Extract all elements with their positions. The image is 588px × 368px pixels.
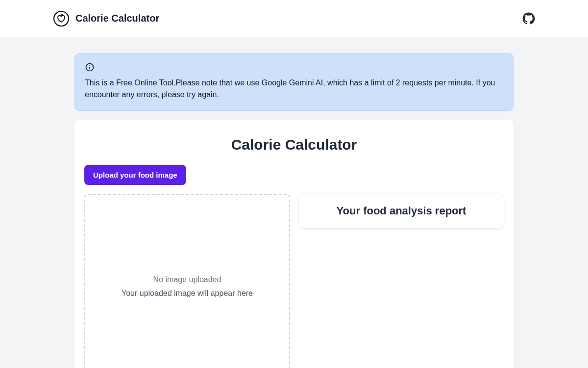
card-title: Calorie Calculator: [84, 136, 504, 153]
apple-heart-logo-icon: [53, 10, 70, 27]
dropzone-empty-subtitle: Your uploaded image will appear here: [122, 289, 253, 298]
info-icon: [85, 62, 503, 74]
dropzone-empty-title: No image uploaded: [153, 275, 221, 284]
info-alert: This is a Free Online Tool.Please note t…: [74, 53, 514, 111]
upload-button[interactable]: Upload your food image: [84, 165, 186, 185]
github-icon: [522, 12, 535, 25]
page-content: This is a Free Online Tool.Please note t…: [0, 37, 588, 368]
app-title: Calorie Calculator: [75, 13, 159, 24]
info-alert-text: This is a Free Online Tool.Please note t…: [85, 77, 503, 101]
report-panel: Your food analysis report: [299, 194, 504, 228]
svg-point-3: [89, 65, 90, 66]
svg-point-0: [54, 11, 69, 26]
brand: Calorie Calculator: [53, 10, 159, 27]
app-header: Calorie Calculator: [0, 0, 588, 37]
image-dropzone[interactable]: No image uploaded Your uploaded image wi…: [84, 194, 290, 368]
report-title: Your food analysis report: [309, 205, 494, 217]
calculator-card: Calorie Calculator Upload your food imag…: [74, 120, 514, 368]
github-link[interactable]: [522, 12, 535, 25]
columns: No image uploaded Your uploaded image wi…: [84, 194, 504, 368]
